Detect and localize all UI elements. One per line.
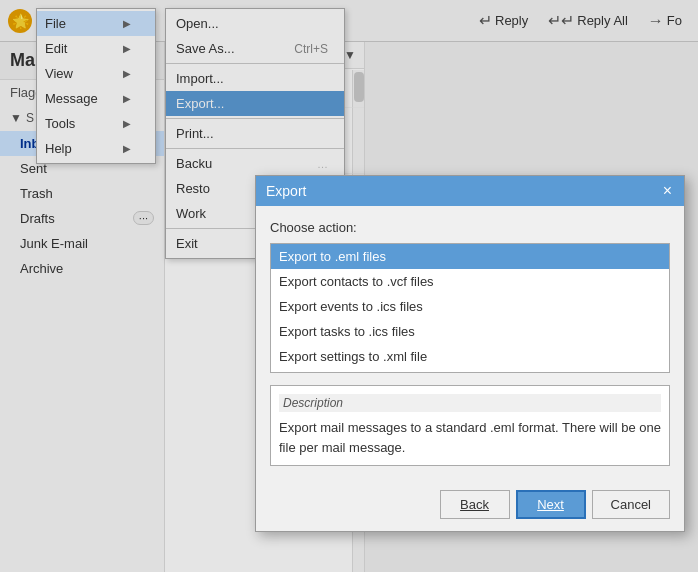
dialog-body: Choose action: Export to .eml files Expo… (256, 206, 684, 480)
cancel-label: Cancel (611, 497, 651, 512)
export-dialog: Export × Choose action: Export to .eml f… (255, 175, 685, 532)
next-label: Next (537, 497, 564, 512)
description-box: Description Export mail messages to a st… (270, 385, 670, 466)
dialog-overlay: Export × Choose action: Export to .eml f… (0, 0, 698, 572)
choose-action-label: Choose action: (270, 220, 670, 235)
export-option-1[interactable]: Export contacts to .vcf files (271, 269, 669, 294)
export-option-3[interactable]: Export tasks to .ics files (271, 319, 669, 344)
dialog-close-button[interactable]: × (661, 182, 674, 200)
description-text: Export mail messages to a standard .eml … (279, 418, 661, 457)
export-option-0[interactable]: Export to .eml files (271, 244, 669, 269)
back-button[interactable]: Back (440, 490, 510, 519)
next-button[interactable]: Next (516, 490, 586, 519)
cancel-button[interactable]: Cancel (592, 490, 670, 519)
description-label: Description (279, 394, 661, 412)
export-options-listbox[interactable]: Export to .eml files Export contacts to … (270, 243, 670, 373)
export-option-4[interactable]: Export settings to .xml file (271, 344, 669, 369)
dialog-title: Export (266, 183, 306, 199)
dialog-buttons: Back Next Cancel (256, 480, 684, 531)
back-label: Back (460, 497, 489, 512)
export-option-2[interactable]: Export events to .ics files (271, 294, 669, 319)
dialog-titlebar: Export × (256, 176, 684, 206)
